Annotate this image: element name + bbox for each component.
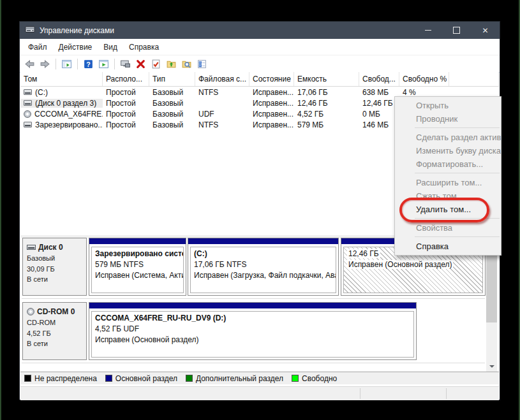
context-menu: Открыть Проводник Сделать раздел активны… [394, 96, 501, 256]
legend-item: Не распределена [24, 374, 97, 383]
menu-separator [415, 236, 500, 237]
menu-separator [415, 127, 500, 128]
column-header-status[interactable]: Состояние [249, 72, 294, 86]
menu-item-extend[interactable]: Расширить том... [395, 176, 501, 189]
device-properties-icon[interactable] [119, 57, 132, 71]
task-list-icon[interactable] [195, 57, 209, 71]
disk-icon [27, 245, 36, 250]
volume-type: Базовый [149, 88, 195, 97]
legend-label: Основной раздел [115, 374, 177, 383]
minimize-icon [425, 30, 431, 31]
volume-free: 0 МБ [359, 110, 399, 119]
menu-help[interactable]: Справка [123, 40, 165, 54]
volume-capacity: 4,52 ГБ [294, 110, 359, 119]
volume-layout: Простой [103, 110, 149, 119]
volume-layout: Простой [103, 88, 149, 97]
menu-action[interactable]: Действие [53, 40, 98, 54]
volume-capacity: 12,46 ГБ [294, 99, 359, 108]
menu-item-explorer[interactable]: Проводник [395, 112, 501, 126]
help-icon[interactable]: ? [82, 57, 95, 71]
titlebar[interactable]: Управление дисками ✕ [20, 22, 500, 39]
column-header-free[interactable]: Свобод... [359, 72, 399, 86]
volume-name: (Диск 0 раздел 3) [35, 99, 96, 108]
volume-capacity: 17,06 ГБ [294, 88, 359, 97]
menu-item-properties[interactable]: Свойства [395, 221, 501, 235]
legend-item: Свободно [292, 374, 337, 383]
volume-disk-icon [24, 89, 32, 95]
column-header-free-pct[interactable]: Свободно % [399, 72, 449, 86]
close-icon: ✕ [482, 27, 488, 34]
volume-disk-icon [24, 100, 32, 106]
partition-title: Зарезервировано систе [95, 249, 180, 259]
column-header-type[interactable]: Тип [149, 72, 195, 86]
partition-d[interactable]: CCCOMA_X64FRE_RU-RU_DV9 (D:) 4,52 ГБ UDF… [89, 302, 417, 360]
minimize-button[interactable] [413, 22, 442, 39]
volume-status: Исправен... [249, 110, 294, 119]
menu-item-open[interactable]: Открыть [395, 99, 501, 112]
volume-status: Исправен... [249, 120, 294, 129]
folder-explore-icon[interactable] [180, 57, 193, 71]
menu-item-mark-active[interactable]: Сделать раздел активны [395, 131, 501, 144]
partition-title: CCCOMA_X64FRE_RU-RU_DV9 (D:) [95, 313, 410, 324]
partition-size-fs: 4,52 ГБ UDF [95, 324, 410, 335]
volume-list-header: Том Располо... Тип Файловая с... Состоян… [20, 72, 499, 87]
disk-status: В сети [27, 338, 82, 349]
partition-status: Исправен (Система, Акти [95, 270, 180, 281]
legend-label: Свободно [302, 374, 337, 383]
partition-system-reserved[interactable]: Зарезервировано систе 579 МБ NTFS Исправ… [89, 238, 186, 296]
toolbar-separator [114, 59, 115, 69]
legend-swatch-unallocated [24, 375, 31, 382]
column-header-capacity[interactable]: Емкость [294, 72, 359, 86]
volume-free: 12,46 ГБ [359, 99, 399, 108]
volume-name: CCCOMA_X64FRE... [34, 110, 103, 119]
console-tree-icon[interactable] [60, 57, 73, 71]
desktop-edge-left [0, 0, 1, 420]
disk-0-label[interactable]: Диск 0 Базовый 30,09 ГБ В сети [22, 238, 87, 296]
cdrom-0-label[interactable]: CD-ROM 0 CD-ROM 4,52 ГБ В сети [22, 302, 87, 360]
disk-type: CD-ROM [27, 317, 82, 328]
menu-item-help[interactable]: Справка [395, 240, 501, 253]
partition-size-fs: 579 МБ NTFS [95, 259, 180, 270]
column-header-layout[interactable]: Располо... [103, 72, 149, 86]
close-button[interactable]: ✕ [471, 22, 500, 39]
maximize-icon [453, 27, 460, 34]
volume-free-pct: 4 % [399, 88, 449, 97]
volume-disk-icon [24, 122, 32, 127]
volume-type: Базовый [149, 120, 195, 129]
disk-management-app-icon [25, 24, 35, 36]
disk-status: В сети [27, 274, 82, 285]
statusbar-separator [360, 388, 360, 399]
back-icon[interactable] [23, 57, 36, 71]
legend-label: Дополнительный раздел [196, 374, 283, 383]
maximize-button[interactable] [442, 22, 471, 39]
column-header-filesystem[interactable]: Файловая с... [195, 72, 249, 86]
disk-name: Диск 0 [38, 242, 63, 253]
primary-partition-strip [188, 238, 338, 244]
volume-fs: NTFS [195, 120, 249, 129]
menu-file[interactable]: Файл [22, 40, 53, 54]
menu-item-format[interactable]: Форматировать... [395, 157, 501, 171]
forward-icon[interactable] [38, 57, 52, 71]
folder-open-up-icon[interactable] [165, 57, 178, 71]
legend-item: Основной раздел [105, 374, 177, 383]
column-header-empty [449, 72, 499, 86]
window-title: Управление дисками [40, 26, 114, 35]
partition-size-fs: 12,46 ГБ [347, 249, 380, 258]
partition-title: (C:) [194, 249, 332, 259]
legend-label: Не распределена [34, 374, 97, 383]
column-header-volume[interactable]: Том [20, 72, 103, 86]
toolbar-separator [77, 59, 78, 69]
delete-icon[interactable] [134, 57, 147, 71]
disk-name: CD-ROM 0 [37, 306, 75, 317]
validate-document-icon[interactable] [149, 57, 163, 71]
partition-c[interactable]: (C:) 17,06 ГБ NTFS Исправен (Загрузка, Ф… [188, 238, 339, 296]
scrollbar-thumb[interactable] [486, 256, 497, 322]
legend-swatch-extended [186, 375, 193, 382]
toolbar: ? [20, 55, 500, 73]
console-play-icon[interactable] [97, 57, 110, 71]
statusbar-separator [446, 388, 447, 399]
vertical-scrollbar[interactable] [486, 238, 497, 372]
menu-item-change-letter[interactable]: Изменить букву диска и [395, 144, 501, 157]
menu-view[interactable]: Вид [98, 40, 123, 54]
scroll-down-icon[interactable] [486, 361, 497, 372]
